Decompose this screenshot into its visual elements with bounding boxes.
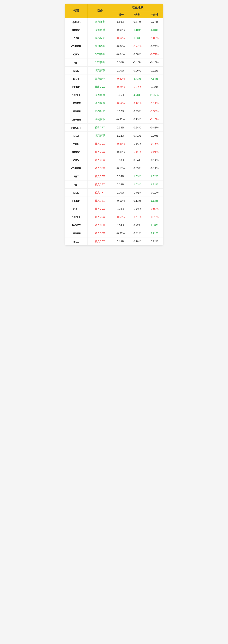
table-row: GAL转入CEX0.08%-0.25%-2.09% [65, 205, 163, 213]
change-5min: 0.24% [129, 124, 145, 132]
action-cell: 转入CEX [88, 205, 112, 213]
coin-name: DODO [65, 26, 88, 34]
change-5min: 0.77% [129, 18, 145, 26]
change-15min: 4.18% [146, 26, 163, 34]
table-row: PERP转出CEX-0.25%-0.77%0.22% [65, 83, 163, 91]
change-5min: 0.58% [129, 50, 145, 58]
table-row: BEL转入CEX0.00%-0.02%-0.10% [65, 188, 163, 197]
action-cell: 转出CEX [88, 124, 112, 132]
change-15min: 1.32% [146, 180, 163, 188]
change-15min: -0.10% [146, 188, 163, 197]
change-5min: -1.12% [129, 213, 145, 221]
change-5min: 1.93% [129, 34, 145, 42]
coin-name: BLZ [65, 132, 88, 140]
table-row: BLZ收到代币1.12%0.41%0.00% [65, 132, 163, 140]
table-row: BEL收到代币0.00%0.06%0.22% [65, 66, 163, 75]
change-1min: 0.00% [112, 66, 129, 75]
action-cell: 转入CEX [88, 213, 112, 221]
table-row: LEVER转入CEX-0.36%0.41%2.21% [65, 229, 163, 238]
coin-name: GAL [65, 205, 88, 213]
table-row: LEVER收到代币-0.52%-1.63%-1.11% [65, 99, 163, 107]
col-header-1min: 1分钟 [112, 11, 129, 18]
action-cell: 转入CEX [88, 197, 112, 205]
change-1min: -0.07% [112, 42, 129, 50]
action-cell: 宣布做市 [88, 18, 112, 26]
table-body: QUICK宣布做市1.85%0.77%0.77%DODO收到代币-0.08%1.… [65, 18, 163, 246]
change-5min: 0.41% [129, 229, 145, 238]
change-15min: -0.75% [146, 213, 163, 221]
change-1min: 0.14% [112, 221, 129, 229]
change-5min: 1.10% [129, 26, 145, 34]
change-5min: 4.78% [129, 91, 145, 99]
change-5min: -1.63% [129, 99, 145, 107]
change-15min: 0.22% [146, 66, 163, 75]
table-row: CRVCEX转出-0.04%0.58%-0.72% [65, 50, 163, 58]
change-15min: 0.22% [146, 83, 163, 91]
col-header-changes: 收盘涨跌 [112, 4, 163, 11]
change-5min: 0.13% [129, 116, 145, 124]
coin-name: BEL [65, 188, 88, 197]
change-1min: 0.00% [112, 188, 129, 197]
change-1min: -0.08% [112, 26, 129, 34]
table-row: FETCEX转出0.00%-0.10%-0.20% [65, 58, 163, 66]
coin-name: DODO [65, 148, 88, 156]
change-1min: -0.52% [112, 99, 129, 107]
change-1min: -0.25% [112, 83, 129, 91]
change-1min: -0.57% [112, 75, 129, 83]
change-15min: -0.20% [146, 58, 163, 66]
coin-name: JASMY [65, 221, 88, 229]
change-1min: 0.38% [112, 124, 129, 132]
change-1min: 0.00% [112, 58, 129, 66]
table-row: PERP转入CEX-0.11%0.13%1.13% [65, 197, 163, 205]
change-5min: 0.41% [129, 132, 145, 140]
table-row: QUICK宣布做市1.85%0.77%0.77% [65, 18, 163, 26]
change-15min: 1.32% [146, 172, 163, 180]
coin-name: PERP [65, 83, 88, 91]
action-cell: 转入CEX [88, 164, 112, 172]
action-cell: 转入CEX [88, 221, 112, 229]
table-row: DODO转入CEX-0.31%-0.92%-2.21% [65, 148, 163, 156]
coin-name: MDT [65, 75, 88, 83]
change-15min: -1.06% [146, 34, 163, 42]
table-row: SPELL收到代币0.06%4.78%11.37% [65, 91, 163, 99]
change-1min: -0.31% [112, 148, 129, 156]
col-header-15min: 15分钟 [146, 11, 163, 18]
coin-name: LEVER [65, 99, 88, 107]
table-row: YGG转入CEX-0.88%-0.02%-0.76% [65, 140, 163, 148]
change-15min: 2.21% [146, 229, 163, 238]
change-15min: -1.11% [146, 99, 163, 107]
action-cell: CEX转出 [88, 42, 112, 50]
change-5min: -0.02% [129, 140, 145, 148]
change-1min: 1.85% [112, 18, 129, 26]
action-cell: 宣布投资 [88, 107, 112, 116]
change-15min: 7.64% [146, 75, 163, 83]
table-row: LEVER收到代币-0.40%0.13%-2.18% [65, 116, 163, 124]
action-cell: 宣布合作 [88, 75, 112, 83]
action-cell: 收到代币 [88, 116, 112, 124]
change-5min: 0.04% [129, 156, 145, 164]
action-cell: 转入CEX [88, 172, 112, 180]
change-1min: -0.18% [112, 164, 129, 172]
change-15min: -0.41% [146, 124, 163, 132]
coin-name: SPELL [65, 91, 88, 99]
table-row: CYBERCEX转出-0.07%-0.45%-0.24% [65, 42, 163, 50]
col-header-5min: 5分钟 [129, 11, 145, 18]
change-1min: -0.88% [112, 140, 129, 148]
coin-name: YGG [65, 140, 88, 148]
change-1min: 0.04% [112, 180, 129, 188]
coin-name: CRV [65, 156, 88, 164]
coin-name: FET [65, 172, 88, 180]
action-cell: 转入CEX [88, 188, 112, 197]
change-5min: 3.43% [129, 75, 145, 83]
change-1min: 0.04% [112, 172, 129, 180]
action-cell: 收到代币 [88, 132, 112, 140]
action-cell: CEX转出 [88, 58, 112, 66]
action-cell: 转入CEX [88, 229, 112, 238]
table-row: CRV转入CEX0.00%0.04%-0.14% [65, 156, 163, 164]
change-15min: -0.14% [146, 156, 163, 164]
change-1min: 0.08% [112, 205, 129, 213]
main-table-container: 代币 操作 收盘涨跌 1分钟 5分钟 15分钟 QUICK宣布做市1.85%0.… [65, 4, 163, 246]
action-cell: 收到代币 [88, 66, 112, 75]
action-cell: 转入CEX [88, 140, 112, 148]
change-15min: -1.58% [146, 107, 163, 116]
